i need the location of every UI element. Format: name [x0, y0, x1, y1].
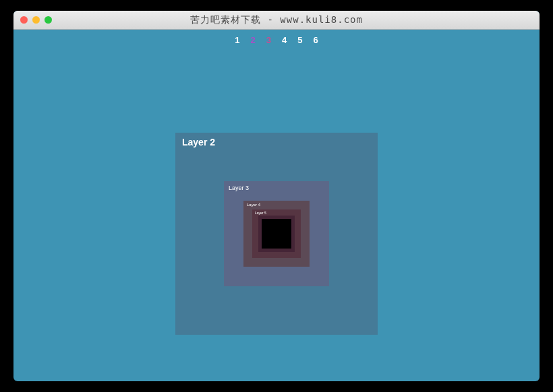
nav-item-6[interactable]: 6	[313, 35, 318, 45]
nav-item-3[interactable]: 3	[266, 35, 271, 45]
window-title: 苦力吧素材下载 - www.kuli8.com	[13, 14, 540, 26]
layer-5-label: Layer 5	[255, 211, 266, 215]
minimize-icon[interactable]	[32, 16, 40, 24]
layer-2-label: Layer 2	[182, 137, 215, 148]
zoom-icon[interactable]	[45, 16, 52, 24]
close-icon[interactable]	[20, 16, 28, 24]
nav-item-1[interactable]: 1	[235, 35, 239, 45]
layer-3-label: Layer 3	[229, 185, 249, 191]
nav-item-2[interactable]: 2	[251, 35, 256, 45]
titlebar: 苦力吧素材下载 - www.kuli8.com	[13, 11, 540, 30]
nav-item-4[interactable]: 4	[282, 35, 287, 45]
window-controls	[20, 11, 52, 29]
nav-item-5[interactable]: 5	[297, 35, 302, 45]
app-window: 苦力吧素材下载 - www.kuli8.com 1 2 3 4 5 6 Laye…	[13, 11, 540, 381]
layer-core	[262, 219, 291, 249]
layer-4-label: Layer 4	[247, 203, 260, 207]
content-area: 1 2 3 4 5 6 Layer 2 Layer 3 Layer 4 Laye…	[13, 30, 540, 381]
layer-nav: 1 2 3 4 5 6	[13, 35, 540, 45]
